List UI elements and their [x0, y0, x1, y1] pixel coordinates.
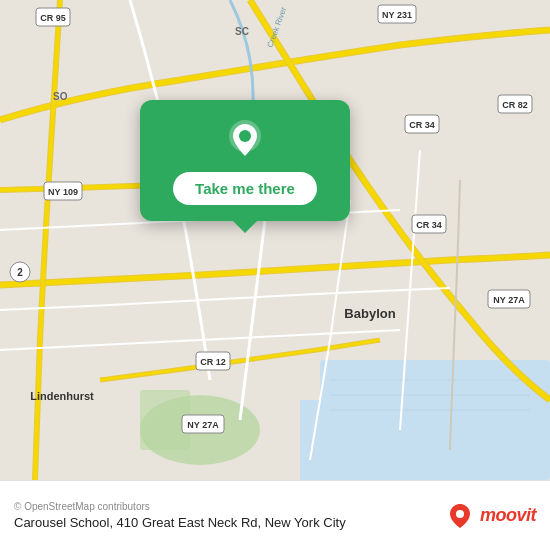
svg-text:SO: SO [53, 91, 68, 102]
location-pin-icon [223, 118, 267, 162]
moovit-pin-icon [446, 502, 474, 530]
moovit-brand-text: moovit [480, 505, 536, 526]
svg-text:CR 95: CR 95 [40, 13, 66, 23]
svg-text:NY 27A: NY 27A [493, 295, 525, 305]
svg-text:NY 27A: NY 27A [187, 420, 219, 430]
bottom-info: © OpenStreetMap contributors Carousel Sc… [14, 501, 446, 530]
svg-text:2: 2 [17, 267, 23, 278]
popup-card: Take me there [140, 100, 350, 221]
svg-text:NY 109: NY 109 [48, 187, 78, 197]
svg-point-35 [456, 510, 464, 518]
location-label: Carousel School, 410 Great East Neck Rd,… [14, 515, 446, 530]
svg-text:CR 34: CR 34 [409, 120, 435, 130]
map-svg: CR 95 NY 231 CR 34 CR 82 NY 109 CR 34 2 … [0, 0, 550, 480]
map-attribution: © OpenStreetMap contributors [14, 501, 446, 512]
bottom-bar: © OpenStreetMap contributors Carousel Sc… [0, 480, 550, 550]
svg-point-34 [239, 130, 251, 142]
svg-rect-1 [380, 390, 440, 480]
svg-text:SC: SC [235, 26, 249, 37]
svg-rect-2 [300, 400, 380, 480]
svg-text:CR 12: CR 12 [200, 357, 226, 367]
take-me-there-button[interactable]: Take me there [173, 172, 317, 205]
svg-text:CR 82: CR 82 [502, 100, 528, 110]
svg-text:Babylon: Babylon [344, 306, 395, 321]
svg-text:Lindenhurst: Lindenhurst [30, 390, 94, 402]
map-container: CR 95 NY 231 CR 34 CR 82 NY 109 CR 34 2 … [0, 0, 550, 480]
moovit-logo: moovit [446, 502, 536, 530]
svg-text:NY 231: NY 231 [382, 10, 412, 20]
svg-text:CR 34: CR 34 [416, 220, 442, 230]
